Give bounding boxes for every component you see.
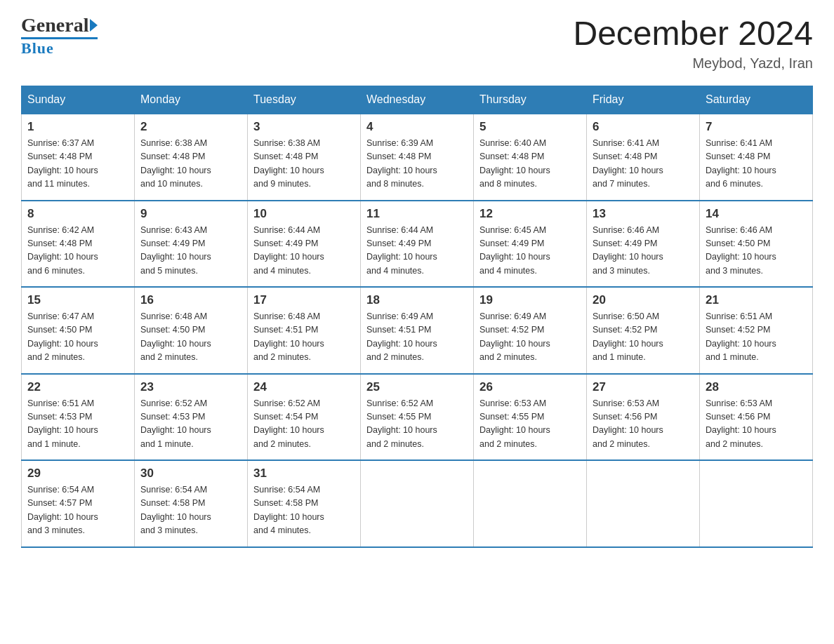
calendar-cell: 9 Sunrise: 6:43 AM Sunset: 4:49 PM Dayli… [135, 201, 248, 288]
weekday-header-wednesday: Wednesday [361, 86, 474, 114]
day-number: 9 [140, 207, 241, 221]
calendar-cell: 4 Sunrise: 6:39 AM Sunset: 4:48 PM Dayli… [361, 114, 474, 201]
calendar-cell: 17 Sunrise: 6:48 AM Sunset: 4:51 PM Dayl… [248, 287, 361, 374]
calendar-cell: 3 Sunrise: 6:38 AM Sunset: 4:48 PM Dayli… [248, 114, 361, 201]
day-number: 26 [479, 380, 581, 394]
logo-row: General [21, 14, 98, 36]
day-info: Sunrise: 6:40 AM Sunset: 4:48 PM Dayligh… [479, 137, 581, 192]
calendar-cell: 23 Sunrise: 6:52 AM Sunset: 4:53 PM Dayl… [135, 374, 248, 461]
weekday-header-tuesday: Tuesday [248, 86, 361, 114]
calendar-week-1: 1 Sunrise: 6:37 AM Sunset: 4:48 PM Dayli… [22, 114, 813, 201]
calendar-cell: 25 Sunrise: 6:52 AM Sunset: 4:55 PM Dayl… [361, 374, 474, 461]
calendar-cell: 24 Sunrise: 6:52 AM Sunset: 4:54 PM Dayl… [248, 374, 361, 461]
day-info: Sunrise: 6:43 AM Sunset: 4:49 PM Dayligh… [140, 224, 241, 279]
weekday-header-saturday: Saturday [700, 86, 813, 114]
day-number: 30 [140, 467, 241, 481]
calendar-cell: 28 Sunrise: 6:53 AM Sunset: 4:56 PM Dayl… [700, 374, 813, 461]
day-info: Sunrise: 6:51 AM Sunset: 4:52 PM Dayligh… [706, 310, 807, 365]
day-number: 8 [27, 207, 128, 221]
calendar-cell: 20 Sunrise: 6:50 AM Sunset: 4:52 PM Dayl… [587, 287, 700, 374]
day-info: Sunrise: 6:45 AM Sunset: 4:49 PM Dayligh… [479, 224, 581, 279]
calendar-cell [700, 460, 813, 547]
calendar-cell: 10 Sunrise: 6:44 AM Sunset: 4:49 PM Dayl… [248, 201, 361, 288]
calendar-cell: 11 Sunrise: 6:44 AM Sunset: 4:49 PM Dayl… [361, 201, 474, 288]
day-number: 22 [27, 380, 128, 394]
title-block: December 2024 Meybod, Yazd, Iran [573, 14, 813, 72]
day-info: Sunrise: 6:53 AM Sunset: 4:55 PM Dayligh… [479, 397, 581, 452]
weekday-header-sunday: Sunday [22, 86, 135, 114]
day-info: Sunrise: 6:51 AM Sunset: 4:53 PM Dayligh… [27, 397, 128, 452]
day-number: 2 [140, 120, 241, 134]
day-number: 17 [253, 293, 355, 307]
day-number: 4 [366, 120, 468, 134]
day-info: Sunrise: 6:52 AM Sunset: 4:55 PM Dayligh… [366, 397, 468, 452]
calendar-cell: 27 Sunrise: 6:53 AM Sunset: 4:56 PM Dayl… [587, 374, 700, 461]
weekday-header-row: SundayMondayTuesdayWednesdayThursdayFrid… [22, 86, 813, 114]
day-info: Sunrise: 6:44 AM Sunset: 4:49 PM Dayligh… [253, 224, 355, 279]
calendar-body: 1 Sunrise: 6:37 AM Sunset: 4:48 PM Dayli… [22, 114, 813, 547]
day-info: Sunrise: 6:54 AM Sunset: 4:57 PM Dayligh… [27, 483, 128, 538]
day-info: Sunrise: 6:47 AM Sunset: 4:50 PM Dayligh… [27, 310, 128, 365]
weekday-header-thursday: Thursday [474, 86, 587, 114]
calendar-cell: 7 Sunrise: 6:41 AM Sunset: 4:48 PM Dayli… [700, 114, 813, 201]
calendar-cell: 16 Sunrise: 6:48 AM Sunset: 4:50 PM Dayl… [135, 287, 248, 374]
calendar-week-5: 29 Sunrise: 6:54 AM Sunset: 4:57 PM Dayl… [22, 460, 813, 547]
calendar-cell: 13 Sunrise: 6:46 AM Sunset: 4:49 PM Dayl… [587, 201, 700, 288]
calendar-cell: 14 Sunrise: 6:46 AM Sunset: 4:50 PM Dayl… [700, 201, 813, 288]
calendar-cell: 5 Sunrise: 6:40 AM Sunset: 4:48 PM Dayli… [474, 114, 587, 201]
day-info: Sunrise: 6:38 AM Sunset: 4:48 PM Dayligh… [140, 137, 241, 192]
calendar-cell: 21 Sunrise: 6:51 AM Sunset: 4:52 PM Dayl… [700, 287, 813, 374]
day-number: 27 [593, 380, 694, 394]
day-number: 21 [706, 293, 807, 307]
page-header: General Blue December 2024 Meybod, Yazd,… [21, 14, 813, 72]
day-number: 25 [366, 380, 468, 394]
day-info: Sunrise: 6:54 AM Sunset: 4:58 PM Dayligh… [140, 483, 241, 538]
calendar-cell: 15 Sunrise: 6:47 AM Sunset: 4:50 PM Dayl… [22, 287, 135, 374]
calendar-cell: 12 Sunrise: 6:45 AM Sunset: 4:49 PM Dayl… [474, 201, 587, 288]
day-info: Sunrise: 6:41 AM Sunset: 4:48 PM Dayligh… [706, 137, 807, 192]
day-info: Sunrise: 6:49 AM Sunset: 4:52 PM Dayligh… [479, 310, 581, 365]
day-number: 14 [706, 207, 807, 221]
calendar-week-4: 22 Sunrise: 6:51 AM Sunset: 4:53 PM Dayl… [22, 374, 813, 461]
day-number: 6 [593, 120, 694, 134]
day-number: 31 [253, 467, 355, 481]
day-number: 20 [593, 293, 694, 307]
calendar-cell: 31 Sunrise: 6:54 AM Sunset: 4:58 PM Dayl… [248, 460, 361, 547]
calendar-cell: 18 Sunrise: 6:49 AM Sunset: 4:51 PM Dayl… [361, 287, 474, 374]
day-number: 7 [706, 120, 807, 134]
day-info: Sunrise: 6:46 AM Sunset: 4:49 PM Dayligh… [593, 224, 694, 279]
calendar-week-3: 15 Sunrise: 6:47 AM Sunset: 4:50 PM Dayl… [22, 287, 813, 374]
calendar-cell: 30 Sunrise: 6:54 AM Sunset: 4:58 PM Dayl… [135, 460, 248, 547]
day-info: Sunrise: 6:53 AM Sunset: 4:56 PM Dayligh… [706, 397, 807, 452]
day-info: Sunrise: 6:52 AM Sunset: 4:53 PM Dayligh… [140, 397, 241, 452]
day-number: 16 [140, 293, 241, 307]
day-info: Sunrise: 6:46 AM Sunset: 4:50 PM Dayligh… [706, 224, 807, 279]
logo-arrow-icon [90, 19, 98, 32]
calendar-cell: 19 Sunrise: 6:49 AM Sunset: 4:52 PM Dayl… [474, 287, 587, 374]
logo-text-blue: Blue [21, 39, 54, 58]
day-number: 11 [366, 207, 468, 221]
calendar-cell: 2 Sunrise: 6:38 AM Sunset: 4:48 PM Dayli… [135, 114, 248, 201]
weekday-header-monday: Monday [135, 86, 248, 114]
day-number: 29 [27, 467, 128, 481]
day-info: Sunrise: 6:41 AM Sunset: 4:48 PM Dayligh… [593, 137, 694, 192]
day-info: Sunrise: 6:49 AM Sunset: 4:51 PM Dayligh… [366, 310, 468, 365]
day-number: 13 [593, 207, 694, 221]
calendar-cell: 1 Sunrise: 6:37 AM Sunset: 4:48 PM Dayli… [22, 114, 135, 201]
calendar-cell: 6 Sunrise: 6:41 AM Sunset: 4:48 PM Dayli… [587, 114, 700, 201]
day-number: 15 [27, 293, 128, 307]
day-info: Sunrise: 6:44 AM Sunset: 4:49 PM Dayligh… [366, 224, 468, 279]
location: Meybod, Yazd, Iran [573, 55, 813, 72]
day-info: Sunrise: 6:37 AM Sunset: 4:48 PM Dayligh… [27, 137, 128, 192]
day-info: Sunrise: 6:53 AM Sunset: 4:56 PM Dayligh… [593, 397, 694, 452]
logo: General Blue [21, 14, 98, 58]
day-number: 3 [253, 120, 355, 134]
month-title: December 2024 [573, 14, 813, 53]
calendar-cell [361, 460, 474, 547]
calendar-cell: 26 Sunrise: 6:53 AM Sunset: 4:55 PM Dayl… [474, 374, 587, 461]
day-info: Sunrise: 6:50 AM Sunset: 4:52 PM Dayligh… [593, 310, 694, 365]
calendar-cell [587, 460, 700, 547]
calendar-cell [474, 460, 587, 547]
day-number: 18 [366, 293, 468, 307]
day-number: 23 [140, 380, 241, 394]
